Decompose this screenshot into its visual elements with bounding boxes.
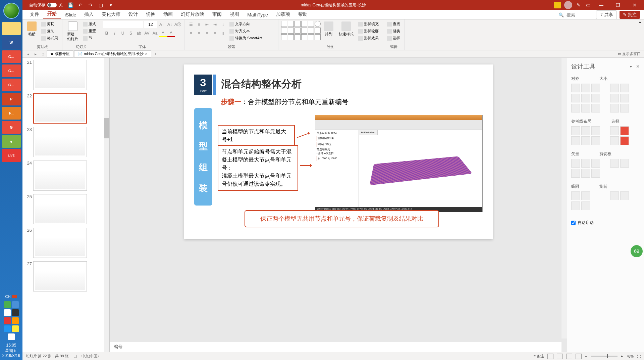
tab-file[interactable]: 文件 [26,10,43,19]
new-slide-button[interactable]: 新建 幻灯片 [65,21,80,42]
slide-thumb-26[interactable] [33,228,87,258]
undo-icon[interactable]: ↶ [77,2,84,8]
home-icon[interactable]: ⌂ [39,50,47,58]
floating-badge[interactable]: 69 [631,245,643,257]
tray-icon[interactable] [8,333,15,340]
select-button[interactable]: 选择 [386,35,401,41]
notes-button[interactable]: ≡ 备注 [534,354,544,359]
case-icon[interactable]: Aa [151,30,159,37]
guide-icon[interactable] [581,136,590,145]
tab-beautify[interactable]: 美化大师 [98,10,124,19]
tray-icon[interactable] [12,309,19,316]
share-button[interactable]: ⇪ 共享 [596,10,617,19]
snap-icon[interactable] [581,191,590,200]
replace-button[interactable]: 替换 [386,28,401,34]
accessibility-icon[interactable]: ▢ [73,354,77,358]
vector-icon[interactable] [591,159,600,168]
highlight-icon[interactable]: A [159,30,167,37]
font-family-input[interactable] [103,21,143,28]
size-icon[interactable] [620,94,629,102]
shrink-font-icon[interactable]: A↓ [166,21,173,28]
doc-tab-templates[interactable]: ★ 模板专区 [47,50,73,57]
autostart-checkbox[interactable]: 自动启动 [571,217,640,226]
size-icon[interactable] [620,104,629,113]
tray-icon[interactable] [4,317,11,324]
reading-view-icon[interactable] [566,354,572,359]
align-text-button[interactable]: 对齐文本 [228,28,263,34]
smartart-button[interactable]: 转换为 SmartArt [228,35,263,41]
slide-thumb-27[interactable] [33,261,87,291]
tab-islide[interactable]: iSlide [61,10,80,19]
text-direction-button[interactable]: 文字方向 [228,21,263,27]
taskbar-app-f[interactable]: F... [2,107,21,120]
language-indicator[interactable]: 中文(中国) [82,354,99,359]
tray-icon[interactable] [4,309,11,316]
normal-view-icon[interactable] [547,354,553,359]
slide-thumb-22[interactable] [33,93,87,124]
font-color-icon[interactable]: A [167,30,175,37]
thumbnail-scrollbar[interactable] [104,58,109,352]
clipboard-icon[interactable] [610,159,619,168]
clipboard-icon[interactable] [620,159,629,168]
align-icon[interactable] [571,84,580,92]
underline-icon[interactable]: U [119,30,126,37]
slideshow-icon[interactable]: ▢ [98,2,104,8]
tab-review[interactable]: 审阅 [208,10,226,19]
snap-icon[interactable] [571,201,580,210]
taskbar-app-word[interactable]: W [2,36,21,49]
snap-icon[interactable] [571,191,580,200]
align-icon[interactable] [571,104,580,113]
slide-thumb-24[interactable] [33,161,87,191]
size-icon[interactable] [610,84,619,92]
tab-animations[interactable]: 动画 [159,10,177,19]
collapse-ribbon-icon[interactable]: ˄ [636,19,644,50]
bold-icon[interactable]: B [103,30,110,37]
align-icon[interactable] [581,104,590,113]
line-spacing-icon[interactable]: ↕ [219,21,227,28]
shadow-icon[interactable]: ab [135,30,143,37]
tab-design[interactable]: 设计 [124,10,142,19]
vector-icon[interactable] [571,169,580,178]
align-icon[interactable] [591,84,600,92]
size-icon[interactable] [610,104,619,113]
doc-tab-active[interactable]: 📄 midas Gen在钢结构领域的应用-长沙 ✕ [74,50,151,57]
tray-icon[interactable] [4,325,11,332]
tab-mathtype[interactable]: MathType [243,10,272,19]
start-button[interactable] [3,3,19,19]
indent-right-icon[interactable]: ⇥ [211,21,219,28]
autosave-toggle[interactable]: 自动保存 关 [29,2,63,8]
tray-icon[interactable] [12,301,19,308]
find-button[interactable]: 查找 [386,21,401,27]
guide-icon[interactable] [581,126,590,135]
rotate-icon[interactable] [620,191,629,200]
taskbar-app-g4[interactable]: G [2,121,21,134]
zoom-in-icon[interactable]: + [621,354,623,358]
zoom-slider[interactable] [591,356,618,357]
tab-slideshow[interactable]: 幻灯片放映 [177,10,208,19]
notes-pane[interactable]: 编号 [110,342,561,352]
select-icon[interactable] [610,136,619,145]
quick-styles-button[interactable]: 快速样式 [337,21,356,37]
tab-addins[interactable]: 加载项 [272,10,294,19]
cut-button[interactable]: 剪切 [40,21,59,27]
justify-icon[interactable]: ≡ [211,30,219,37]
taskbar-app-g2[interactable]: G... [2,64,21,77]
vector-icon[interactable] [591,169,600,178]
align-center-icon[interactable]: ≡ [195,30,203,37]
pane-close-icon[interactable]: ✕ [636,64,640,69]
save-icon[interactable]: 💾 [67,2,73,8]
search-input[interactable] [567,12,593,17]
fit-icon[interactable]: ⛶ [637,354,641,358]
grow-font-icon[interactable]: A↑ [158,21,165,28]
tab-home[interactable]: 开始 [43,9,61,19]
forward-icon[interactable]: ▸ [32,50,39,58]
guide-icon[interactable] [571,126,580,135]
multiwindow-toggle[interactable]: ▭ 显示多窗口 [618,51,641,56]
warning-icon[interactable] [554,2,561,8]
italic-icon[interactable]: I [111,30,118,37]
shapes-gallery[interactable] [281,21,321,40]
reset-button[interactable]: 重置 [82,28,97,34]
numbering-icon[interactable]: ≡ [195,21,203,28]
spacing-icon[interactable]: AV [143,30,151,37]
size-icon[interactable] [610,94,619,102]
